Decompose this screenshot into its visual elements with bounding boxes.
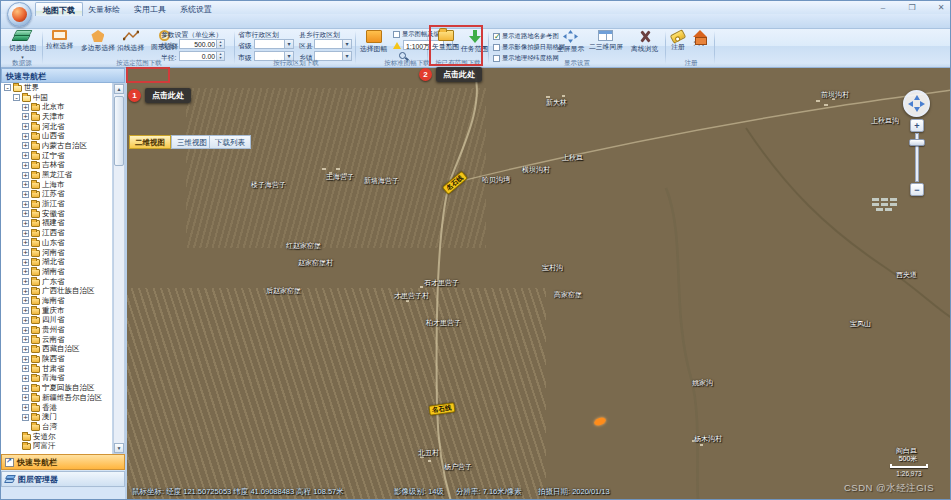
zoom-in-button[interactable]: +: [910, 119, 924, 132]
expand-icon[interactable]: +: [22, 104, 29, 111]
ribbon-tab-system-settings[interactable]: 系统设置: [173, 2, 219, 16]
tree-item[interactable]: +安徽省: [1, 209, 112, 219]
expand-icon[interactable]: +: [22, 142, 29, 149]
tree-item[interactable]: +甘肃省: [1, 364, 112, 374]
expand-icon[interactable]: +: [22, 365, 29, 372]
expand-icon[interactable]: +: [22, 307, 29, 314]
close-button[interactable]: ✕: [930, 3, 951, 13]
tree-item[interactable]: +黑龙江省: [1, 170, 112, 180]
collapse-icon[interactable]: -: [13, 94, 20, 101]
map-viewport[interactable]: 二维视图 三维视图 下载列表 + − 500米 1:26,973 鼠标坐标: 经…: [126, 68, 951, 500]
expand-icon[interactable]: +: [22, 317, 29, 324]
tree-item[interactable]: +贵州省: [1, 325, 112, 335]
expand-icon[interactable]: +: [22, 239, 29, 246]
spinner-arrows-icon[interactable]: ▴▾: [216, 40, 224, 48]
tree-item[interactable]: +湖南省: [1, 267, 112, 277]
magnifier-icon[interactable]: [399, 52, 406, 59]
expand-icon[interactable]: +: [22, 414, 29, 421]
tree-item[interactable]: +香港: [1, 403, 112, 413]
checkbox-icon[interactable]: [493, 44, 500, 51]
tree-item[interactable]: +北京市: [1, 102, 112, 112]
tree-item[interactable]: -中国: [1, 93, 112, 103]
tree-item[interactable]: +重庆市: [1, 306, 112, 316]
expand-icon[interactable]: +: [22, 162, 29, 169]
expand-icon[interactable]: +: [22, 181, 29, 188]
tree-item[interactable]: +广东省: [1, 277, 112, 287]
tree-item[interactable]: +浙江省: [1, 199, 112, 209]
tree-item[interactable]: +天津市: [1, 112, 112, 122]
ribbon-tab-map-download[interactable]: 地图下载: [35, 2, 83, 16]
tree-item[interactable]: +江西省: [1, 228, 112, 238]
expand-icon[interactable]: +: [22, 385, 29, 392]
tree-item[interactable]: +福建省: [1, 219, 112, 229]
expand-icon[interactable]: +: [22, 172, 29, 179]
tree-item[interactable]: +河北省: [1, 122, 112, 132]
register-button[interactable]: 注册: [671, 30, 685, 52]
expand-icon[interactable]: +: [22, 327, 29, 334]
expand-icon[interactable]: +: [22, 394, 29, 401]
show-roads-checkbox[interactable]: 显示道路地名参考图: [493, 32, 559, 41]
app-menu-orb[interactable]: [7, 2, 32, 27]
tab-3d-view[interactable]: 三维视图: [171, 135, 213, 149]
tree-item[interactable]: +青海省: [1, 374, 112, 384]
tree-item[interactable]: +广西壮族自治区: [1, 286, 112, 296]
tree-item[interactable]: +四川省: [1, 316, 112, 326]
expand-icon[interactable]: +: [22, 152, 29, 159]
checkbox-icon[interactable]: [493, 33, 500, 40]
ribbon-tab-utilities[interactable]: 实用工具: [127, 2, 173, 16]
tree-item[interactable]: +上海市: [1, 180, 112, 190]
zoom-out-button[interactable]: −: [910, 183, 924, 196]
rect-select-button[interactable]: 拉框选择: [46, 30, 73, 51]
show-image-date-grid-checkbox[interactable]: 显示影像拍摄日期格网: [493, 43, 565, 52]
expand-icon[interactable]: +: [22, 375, 29, 382]
select-sheet-button[interactable]: 选择图幅: [360, 30, 387, 54]
tree-item[interactable]: +西藏自治区: [1, 345, 112, 355]
tree-item[interactable]: +澳门: [1, 412, 112, 422]
expand-icon[interactable]: +: [22, 278, 29, 285]
chevron-down-icon[interactable]: ▾: [342, 40, 351, 48]
expand-icon[interactable]: +: [22, 297, 29, 304]
expand-icon[interactable]: +: [22, 404, 29, 411]
tree-item[interactable]: +云南省: [1, 335, 112, 345]
tree-item[interactable]: +吉林省: [1, 161, 112, 171]
ribbon-tab-vector-plot[interactable]: 矢量标绘: [81, 2, 127, 16]
tree-item[interactable]: 安道尔: [1, 432, 112, 442]
collapse-icon[interactable]: -: [4, 84, 11, 91]
expand-icon[interactable]: +: [22, 356, 29, 363]
tree-item[interactable]: +宁夏回族自治区: [1, 383, 112, 393]
map-pan-compass[interactable]: [903, 90, 930, 117]
tree-item[interactable]: +山西省: [1, 131, 112, 141]
sidebar-splitter[interactable]: [125, 68, 127, 500]
polygon-select-button[interactable]: 多边形选择: [81, 30, 115, 53]
expand-icon[interactable]: +: [22, 220, 29, 227]
expand-icon[interactable]: +: [22, 123, 29, 130]
tree-item[interactable]: +新疆维吾尔自治区: [1, 393, 112, 403]
tree-item[interactable]: +江苏省: [1, 190, 112, 200]
tree-item[interactable]: +山东省: [1, 238, 112, 248]
tab-2d-view[interactable]: 二维视图: [129, 135, 171, 149]
zoom-slider-handle[interactable]: [909, 139, 925, 146]
expand-icon[interactable]: +: [22, 259, 29, 266]
tab-download-list[interactable]: 下载列表: [209, 135, 251, 149]
about-button[interactable]: 关于: [693, 30, 707, 48]
panel-quick-navigation[interactable]: 快速导航栏: [1, 454, 125, 470]
checkbox-icon[interactable]: [393, 31, 400, 38]
expand-icon[interactable]: +: [22, 113, 29, 120]
tree-item[interactable]: -世界: [1, 83, 112, 93]
expand-icon[interactable]: +: [22, 249, 29, 256]
offline-browse-button[interactable]: 离线浏览: [631, 30, 658, 54]
expand-icon[interactable]: +: [22, 210, 29, 217]
tree-item[interactable]: +河南省: [1, 248, 112, 258]
expand-icon[interactable]: +: [22, 288, 29, 295]
tree-item[interactable]: +湖北省: [1, 257, 112, 267]
tree-item[interactable]: +海南省: [1, 296, 112, 306]
expand-icon[interactable]: +: [22, 268, 29, 275]
expand-icon[interactable]: +: [22, 336, 29, 343]
scroll-down-icon[interactable]: ▼: [114, 443, 124, 453]
scroll-up-icon[interactable]: ▲: [114, 84, 124, 94]
tree-item[interactable]: +陕西省: [1, 354, 112, 364]
expand-icon[interactable]: +: [22, 230, 29, 237]
fullscreen-button[interactable]: 全屏显示: [557, 30, 584, 54]
tree-scrollbar[interactable]: ▲ ▼: [113, 83, 125, 454]
expand-icon[interactable]: +: [22, 191, 29, 198]
